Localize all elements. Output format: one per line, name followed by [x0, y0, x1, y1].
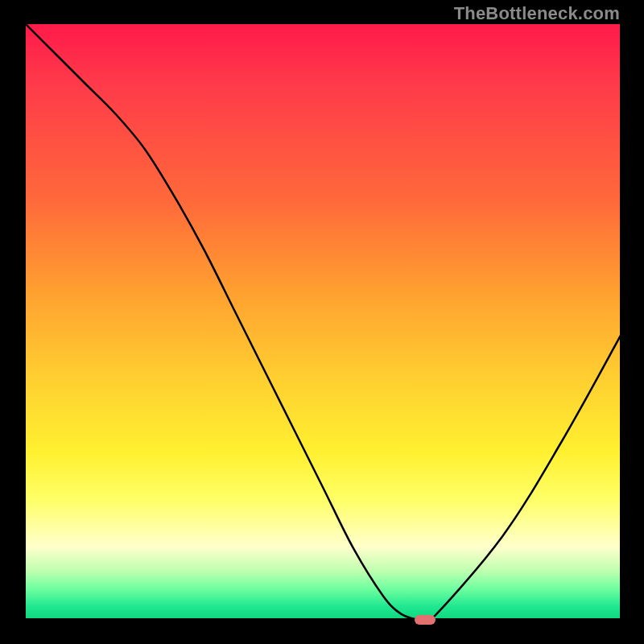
plot-area — [24, 24, 620, 620]
optimum-marker — [415, 615, 436, 625]
chart-frame: TheBottleneck.com — [0, 0, 644, 644]
watermark-text: TheBottleneck.com — [454, 3, 620, 24]
bottleneck-curve — [26, 24, 621, 620]
line-plot-svg — [26, 24, 621, 620]
